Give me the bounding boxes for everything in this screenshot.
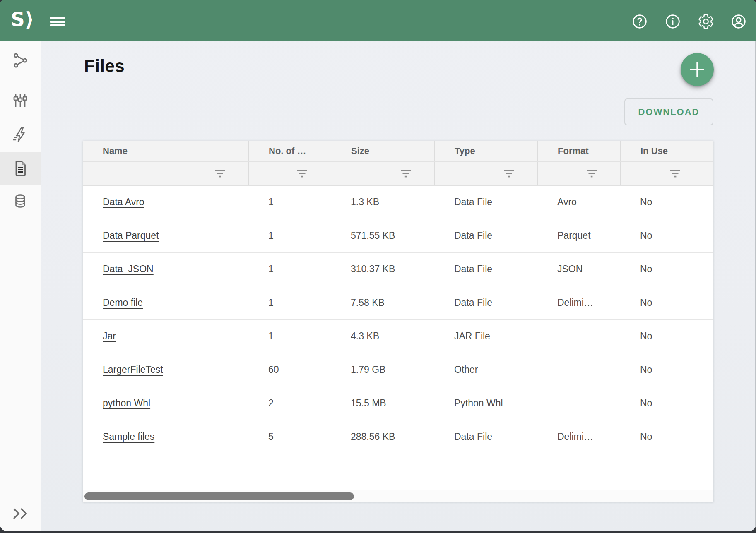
filter-icon bbox=[214, 170, 225, 178]
table-header-row: NameNo. of …SizeTypeFormatIn Use bbox=[83, 141, 713, 161]
file-name-link[interactable]: Data Parquet bbox=[103, 230, 159, 241]
cell-size: 4.3 KB bbox=[331, 320, 434, 353]
cell-count: 1 bbox=[248, 320, 331, 353]
column-spacer bbox=[704, 186, 724, 219]
table-row[interactable]: Data Parquet1571.55 KBData FileParquetNo bbox=[83, 219, 713, 253]
cell-type: Other bbox=[434, 353, 537, 387]
cell-format bbox=[537, 353, 620, 387]
add-file-button[interactable] bbox=[681, 53, 714, 86]
filter-icon bbox=[297, 170, 308, 178]
file-name-link[interactable]: Data_JSON bbox=[103, 264, 154, 274]
settings-gear-icon[interactable] bbox=[698, 13, 714, 30]
cell-count: 1 bbox=[248, 186, 331, 219]
column-header-name[interactable]: Name bbox=[83, 141, 248, 161]
info-icon[interactable] bbox=[665, 13, 681, 30]
double-chevron-right-icon bbox=[9, 504, 32, 523]
file-name-link[interactable]: Sample files bbox=[103, 431, 154, 442]
table-body: Data Avro11.3 KBData FileAvroNoData Parq… bbox=[83, 186, 713, 454]
column-header-in_use[interactable]: In Use bbox=[620, 141, 704, 161]
cell-size: 310.37 KB bbox=[331, 253, 434, 286]
file-name-link[interactable]: Jar bbox=[103, 331, 116, 341]
cell-format: Parquet bbox=[537, 219, 620, 252]
filter-button-count[interactable] bbox=[248, 162, 331, 185]
filter-icon bbox=[400, 170, 411, 178]
topology-icon bbox=[11, 51, 29, 70]
cell-name: Data Parquet bbox=[83, 219, 248, 252]
cell-type: Data File bbox=[434, 420, 537, 454]
help-icon[interactable] bbox=[631, 13, 648, 30]
main-content: Files DOWNLOAD NameNo. of …SizeTypeForma… bbox=[41, 41, 756, 531]
table-row[interactable]: Jar14.3 KBJAR FileNo bbox=[83, 320, 713, 353]
cell-name: Jar bbox=[83, 320, 248, 353]
sidebar-item-jobs[interactable] bbox=[0, 118, 41, 151]
filter-button-in_use[interactable] bbox=[620, 162, 704, 185]
table-row[interactable]: python Whl215.5 MBPython WhlNo bbox=[83, 387, 713, 420]
cell-count: 60 bbox=[248, 353, 331, 387]
column-spacer bbox=[704, 253, 724, 286]
cell-in_use: No bbox=[620, 286, 704, 319]
cell-in_use: No bbox=[620, 219, 704, 252]
column-header-size[interactable]: Size bbox=[331, 141, 434, 161]
file-name-link[interactable]: python Whl bbox=[103, 398, 150, 408]
cell-type: Data File bbox=[434, 286, 537, 319]
column-header-type[interactable]: Type bbox=[434, 141, 537, 161]
column-spacer bbox=[704, 219, 724, 252]
filter-icon bbox=[586, 170, 597, 178]
sidebar-item-connections[interactable] bbox=[0, 185, 41, 218]
cell-size: 571.55 KB bbox=[331, 219, 434, 252]
brand-logo: S⟩ bbox=[11, 0, 34, 41]
cell-format bbox=[537, 387, 620, 420]
table-row[interactable]: Data_JSON1310.37 KBData FileJSONNo bbox=[83, 253, 713, 286]
sidebar-item-topology[interactable] bbox=[0, 44, 41, 77]
sidebar-divider bbox=[0, 494, 41, 494]
file-name-link[interactable]: LargerFileTest bbox=[103, 364, 163, 375]
account-icon[interactable] bbox=[730, 13, 747, 30]
file-name-link[interactable]: Data Avro bbox=[103, 197, 144, 207]
left-nav-sidebar bbox=[0, 41, 41, 531]
column-header-count[interactable]: No. of … bbox=[248, 141, 331, 161]
cell-in_use: No bbox=[620, 186, 704, 219]
sidebar-divider bbox=[0, 79, 41, 79]
cell-size: 288.56 KB bbox=[331, 420, 434, 454]
horizontal-scrollbar-track[interactable] bbox=[83, 490, 713, 502]
top-app-bar: S⟩ bbox=[0, 0, 756, 41]
filter-button-format[interactable] bbox=[537, 162, 620, 185]
cell-name: Demo file bbox=[83, 286, 248, 319]
sidebar-expand-button[interactable] bbox=[0, 500, 41, 527]
table-row[interactable]: LargerFileTest601.79 GBOtherNo bbox=[83, 353, 713, 387]
column-header-format[interactable]: Format bbox=[537, 141, 620, 161]
hamburger-menu-icon[interactable] bbox=[50, 17, 65, 26]
download-button[interactable]: DOWNLOAD bbox=[624, 98, 713, 125]
table-row[interactable]: Data Avro11.3 KBData FileAvroNo bbox=[83, 186, 713, 219]
sidebar-item-files-selected[interactable] bbox=[0, 152, 41, 185]
cell-in_use: No bbox=[620, 387, 704, 420]
cell-in_use: No bbox=[620, 320, 704, 353]
filter-button-name[interactable] bbox=[83, 162, 248, 185]
database-icon bbox=[11, 192, 29, 211]
sidebar-item-parameters[interactable] bbox=[0, 84, 41, 117]
cell-size: 1.79 GB bbox=[331, 353, 434, 387]
cell-name: Sample files bbox=[83, 420, 248, 454]
cell-format: Delimi… bbox=[537, 286, 620, 319]
table-row[interactable]: Sample files5288.56 KBData FileDelimi…No bbox=[83, 420, 713, 454]
cell-name: python Whl bbox=[83, 387, 248, 420]
cell-size: 1.3 KB bbox=[331, 186, 434, 219]
app-window: S⟩ bbox=[0, 0, 756, 531]
cell-size: 7.58 KB bbox=[331, 286, 434, 319]
column-spacer bbox=[704, 162, 727, 185]
filter-button-size[interactable] bbox=[331, 162, 434, 185]
cell-format: Avro bbox=[537, 186, 620, 219]
cell-size: 15.5 MB bbox=[331, 387, 434, 420]
table-filter-row bbox=[83, 161, 713, 186]
table-row[interactable]: Demo file17.58 KBData FileDelimi…No bbox=[83, 286, 713, 320]
plus-icon bbox=[689, 61, 706, 78]
filter-button-type[interactable] bbox=[434, 162, 537, 185]
cell-type: JAR File bbox=[434, 320, 537, 353]
cell-name: Data_JSON bbox=[83, 253, 248, 286]
lightning-icon bbox=[11, 125, 29, 144]
cell-count: 1 bbox=[248, 219, 331, 252]
file-name-link[interactable]: Demo file bbox=[103, 297, 143, 308]
horizontal-scrollbar-thumb[interactable] bbox=[84, 492, 354, 500]
column-spacer bbox=[704, 141, 724, 161]
filter-icon bbox=[503, 170, 514, 178]
